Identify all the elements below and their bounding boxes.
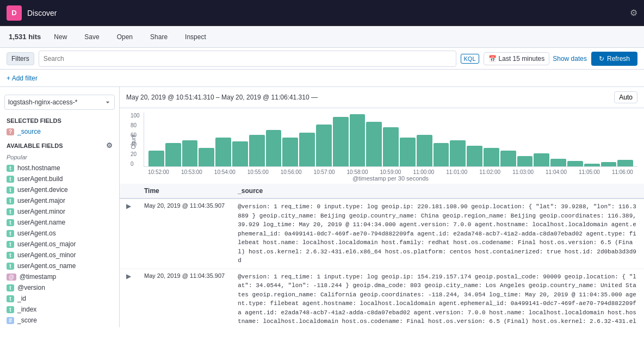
- bars-container: @timestamp per 30 seconds 10:52:30 Count…: [144, 113, 637, 167]
- top-bar: D Discover ⚙: [0, 0, 644, 26]
- refresh-icon: ↻: [599, 55, 604, 63]
- histogram-bar[interactable]: [400, 138, 416, 166]
- histogram-bar[interactable]: [584, 164, 600, 166]
- time-cell[interactable]: May 20, 2019 @ 11:04:35.907: [138, 269, 231, 327]
- x-axis-label: 10:53:00: [181, 169, 202, 175]
- index-selector: logstash-nginx-access-*: [4, 95, 115, 110]
- inspect-button[interactable]: Inspect: [181, 31, 210, 43]
- field-item[interactable]: t userAgent.os_major: [0, 239, 119, 250]
- main-layout: logstash-nginx-access-* Selected fields …: [0, 87, 644, 327]
- selected-field-source[interactable]: ? _source: [0, 126, 119, 137]
- refresh-button[interactable]: ↻ Refresh: [591, 52, 637, 66]
- field-item[interactable]: t userAgent.os_minor: [0, 250, 119, 260]
- field-item[interactable]: t @version: [0, 282, 119, 293]
- field-type-badge: t: [7, 165, 14, 172]
- histogram-bar[interactable]: [450, 140, 466, 166]
- field-type-badge: t: [7, 284, 14, 291]
- field-item[interactable]: t _index: [0, 304, 119, 315]
- histogram-bar[interactable]: [383, 127, 399, 166]
- field-type-badge: @: [7, 274, 16, 281]
- field-type-badge: t: [7, 252, 14, 259]
- histogram-bar[interactable]: [617, 160, 633, 166]
- histogram-bar[interactable]: [282, 138, 298, 166]
- fields-list: t host.hostnamet userAgent.buildt userAg…: [0, 163, 119, 327]
- field-item[interactable]: t _type: [0, 326, 119, 327]
- field-item[interactable]: @ @timestamp: [0, 271, 119, 282]
- histogram-bar[interactable]: [567, 161, 583, 166]
- field-item[interactable]: t userAgent.build: [0, 173, 119, 184]
- field-item[interactable]: t _id: [0, 293, 119, 304]
- fields-gear-icon[interactable]: ⚙: [106, 141, 113, 150]
- histogram-bar[interactable]: [215, 138, 231, 166]
- new-button[interactable]: New: [49, 31, 71, 43]
- field-item[interactable]: # _score: [0, 315, 119, 326]
- time-range-label: Last 15 minutes: [499, 55, 545, 63]
- expand-cell[interactable]: ▶: [120, 198, 138, 269]
- histogram-bar[interactable]: [148, 151, 164, 166]
- histogram-bar[interactable]: [517, 156, 533, 166]
- index-dropdown[interactable]: logstash-nginx-access-*: [4, 95, 115, 110]
- histogram-bar[interactable]: [500, 151, 516, 166]
- histogram-bar[interactable]: [366, 122, 382, 166]
- show-dates-button[interactable]: Show dates: [553, 55, 587, 63]
- field-name: userAgent.os: [17, 229, 56, 237]
- histogram-bar[interactable]: [417, 135, 432, 166]
- histogram-bar[interactable]: [601, 162, 617, 166]
- field-type-badge: t: [7, 176, 14, 183]
- add-filter-button[interactable]: + Add filter: [7, 74, 38, 82]
- field-type-badge: t: [7, 306, 14, 313]
- field-name: userAgent.device: [17, 186, 68, 194]
- available-fields-title: Available fields: [7, 142, 63, 149]
- field-item[interactable]: t userAgent.name: [0, 217, 119, 228]
- auto-button[interactable]: Auto: [614, 91, 637, 103]
- expand-icon[interactable]: ▶: [126, 202, 131, 210]
- field-item[interactable]: t userAgent.minor: [0, 206, 119, 217]
- share-button[interactable]: Share: [146, 31, 172, 43]
- x-axis-label: 10:52:00: [148, 169, 169, 175]
- histogram-bar[interactable]: [232, 141, 248, 166]
- field-name: userAgent.name: [17, 219, 65, 226]
- filter-row: Filters KQL 📅 Last 15 minutes Show dates…: [0, 48, 644, 70]
- field-item[interactable]: t userAgent.os: [0, 228, 119, 239]
- histogram-bar[interactable]: [333, 117, 349, 166]
- field-name: userAgent.build: [17, 175, 63, 183]
- histogram-bar[interactable]: [316, 125, 332, 166]
- field-item[interactable]: t host.hostname: [0, 163, 119, 173]
- popular-label: Popular: [0, 152, 119, 163]
- field-name: userAgent.os_minor: [17, 251, 76, 259]
- histogram-bar[interactable]: [550, 159, 566, 166]
- field-item[interactable]: t userAgent.major: [0, 195, 119, 206]
- save-button[interactable]: Save: [80, 31, 103, 43]
- histogram-bar[interactable]: [199, 148, 214, 166]
- filters-tab[interactable]: Filters: [7, 52, 34, 65]
- kql-badge[interactable]: KQL: [461, 54, 479, 64]
- histogram-bar[interactable]: [350, 114, 366, 166]
- expand-icon[interactable]: ▶: [126, 272, 131, 280]
- time-range-button[interactable]: 📅 Last 15 minutes: [484, 52, 550, 65]
- x-axis-label: 10:57:00: [314, 169, 335, 175]
- histogram-bar[interactable]: [299, 133, 315, 166]
- histogram-bar[interactable]: [434, 143, 449, 166]
- histogram-bar[interactable]: [484, 148, 499, 166]
- expand-cell[interactable]: ▶: [120, 269, 138, 327]
- open-button[interactable]: Open: [113, 31, 137, 43]
- histogram-bar[interactable]: [266, 130, 282, 166]
- field-item[interactable]: t userAgent.os_name: [0, 260, 119, 271]
- time-cell[interactable]: May 20, 2019 @ 11:04:35.907: [138, 198, 231, 269]
- time-picker: 📅 Last 15 minutes Show dates: [484, 52, 587, 65]
- x-axis-label: 10:58:00: [347, 169, 368, 175]
- histogram-bar[interactable]: [182, 140, 198, 166]
- settings-icon[interactable]: ⚙: [630, 8, 637, 18]
- calendar-icon: 📅: [488, 55, 497, 63]
- time-col-header[interactable]: Time: [138, 184, 231, 198]
- histogram-bar[interactable]: [467, 146, 482, 166]
- histogram-bar[interactable]: @timestamp per 30 seconds 10:52:30 Count…: [165, 143, 181, 166]
- histogram-bar[interactable]: [249, 135, 265, 166]
- field-item[interactable]: t userAgent.device: [0, 184, 119, 195]
- x-axis: 10:52:0010:53:0010:54:0010:55:0010:56:00…: [144, 167, 637, 175]
- search-input[interactable]: [39, 51, 456, 67]
- x-axis-label: 10:54:00: [214, 169, 236, 175]
- field-type-badge: t: [7, 208, 14, 215]
- x-axis-label: 10:55:00: [247, 169, 269, 175]
- histogram-bar[interactable]: [534, 153, 549, 166]
